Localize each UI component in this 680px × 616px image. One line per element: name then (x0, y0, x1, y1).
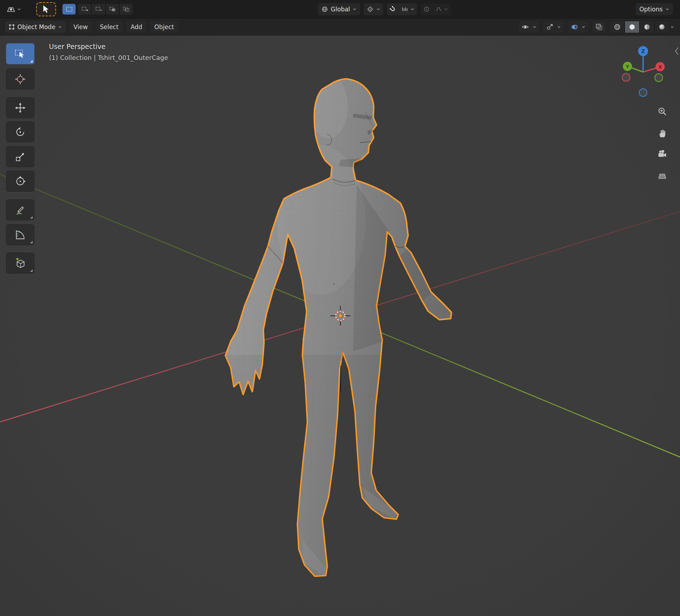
select-intersect-icon (123, 6, 130, 12)
shading-material-button[interactable] (640, 21, 654, 33)
select-mode-intersect[interactable] (120, 4, 133, 15)
tool-annotate[interactable] (6, 199, 34, 220)
xray-toggle[interactable] (592, 21, 606, 33)
tool-cursor[interactable] (6, 68, 34, 89)
show-gizmo-dropdown[interactable] (543, 21, 564, 33)
x-axis-stem (643, 68, 657, 72)
show-overlays-dropdown[interactable] (568, 21, 588, 33)
zoom-button[interactable] (656, 105, 669, 118)
object-mode-icon (9, 24, 15, 30)
mode-label: Object Mode (17, 23, 55, 31)
proportional-falloff-dropdown[interactable] (433, 3, 451, 15)
chevron-down-icon (665, 7, 669, 11)
select-mode-extend[interactable] (78, 4, 91, 15)
menu-add-label: Add (131, 23, 142, 31)
shading-solid-button[interactable] (625, 21, 639, 33)
menu-select-label: Select (100, 23, 118, 31)
camera-view-button[interactable] (656, 147, 669, 161)
editor-type-icon (6, 5, 16, 14)
xray-icon (595, 23, 603, 31)
tool-transform[interactable] (6, 171, 34, 192)
magnet-icon (389, 6, 396, 13)
scale-icon (15, 151, 26, 163)
transform-settings-cluster: Global (318, 3, 451, 15)
falloff-curve-icon (435, 6, 442, 13)
toggle-ortho-button[interactable] (656, 169, 669, 182)
menu-select[interactable]: Select (95, 21, 122, 33)
select-set-icon (66, 6, 72, 12)
proportional-editing-icon (423, 6, 430, 13)
grid-perspective-icon (657, 171, 667, 181)
shading-wireframe-button[interactable] (610, 21, 624, 33)
select-extend-icon (82, 6, 88, 12)
tool-select-box[interactable] (6, 43, 34, 64)
pan-button[interactable] (656, 126, 669, 140)
measure-icon (15, 229, 26, 241)
orientation-label: Global (331, 6, 350, 13)
tool-measure[interactable] (6, 224, 34, 245)
options-dropdown[interactable]: Options (636, 3, 673, 15)
shading-rendered-button[interactable] (655, 21, 669, 33)
overlays-icon (570, 23, 578, 31)
active-tool-indicator[interactable] (36, 2, 56, 16)
proportional-editing-toggle[interactable] (421, 3, 433, 15)
transform-orientation-dropdown[interactable]: Global (318, 3, 360, 15)
viewport-3d[interactable] (0, 0, 680, 616)
menu-view[interactable]: View (69, 21, 92, 33)
hand-icon (657, 128, 667, 138)
chevron-down-icon (532, 25, 537, 29)
editor-type-button[interactable] (5, 3, 23, 15)
chevron-down-icon (352, 7, 357, 11)
chevron-down-icon (410, 7, 415, 11)
object-visibility-dropdown[interactable] (519, 21, 539, 33)
axis-ball-negative-x[interactable] (622, 73, 630, 81)
subtool-indicator (30, 269, 33, 272)
axis-ball-negative-z[interactable] (639, 89, 647, 97)
visibility-eye-icon (521, 23, 529, 31)
select-mode-invert[interactable] (106, 4, 119, 15)
proportional-editing-controls (421, 3, 451, 15)
select-subtract-icon (95, 6, 102, 12)
chevron-down-icon (557, 25, 561, 29)
rendered-sphere-icon (658, 23, 666, 31)
axis-ball-negative-y[interactable] (655, 74, 663, 82)
material-sphere-icon (643, 23, 651, 31)
camera-icon (657, 149, 667, 159)
mode-dropdown[interactable]: Object Mode (5, 21, 66, 33)
tool-move[interactable] (6, 97, 34, 118)
tool-add-cube[interactable] (6, 253, 34, 274)
shading-options-chevron-icon[interactable] (670, 25, 674, 29)
options-label: Options (639, 6, 663, 13)
shading-mode-group (610, 21, 669, 33)
solid-sphere-icon (628, 23, 636, 31)
transform-icon (15, 176, 26, 187)
global-orientation-icon (321, 6, 328, 13)
snapping-controls (387, 3, 417, 15)
chevron-down-icon (58, 25, 62, 29)
chevron-left-icon (674, 46, 679, 56)
tool-rotate[interactable] (6, 121, 34, 142)
viewport-header: Global (0, 0, 680, 18)
subtool-indicator (30, 60, 33, 62)
menu-object[interactable]: Object (150, 21, 178, 33)
sidebar-toggle[interactable] (674, 46, 679, 56)
tool-scale[interactable] (6, 146, 34, 167)
pivot-point-dropdown[interactable] (364, 3, 383, 15)
snap-toggle[interactable] (387, 3, 399, 15)
select-box-icon (15, 49, 26, 59)
chevron-down-icon (444, 7, 448, 11)
tweak-cursor-icon (43, 5, 50, 13)
select-mode-group (62, 4, 133, 15)
select-mode-set[interactable] (62, 4, 76, 15)
subtool-indicator (30, 241, 33, 243)
menu-object-label: Object (154, 23, 174, 31)
move-icon (15, 102, 26, 114)
pivot-point-icon (367, 6, 374, 13)
snap-settings-dropdown[interactable] (399, 3, 417, 15)
viewport-display-cluster (519, 21, 674, 33)
z-axis-label: Z (641, 48, 645, 54)
cursor-tool-icon (15, 73, 26, 85)
navigation-gizmo[interactable]: Z Y X (618, 41, 671, 101)
select-mode-subtract[interactable] (92, 4, 105, 15)
menu-add[interactable]: Add (126, 21, 147, 33)
